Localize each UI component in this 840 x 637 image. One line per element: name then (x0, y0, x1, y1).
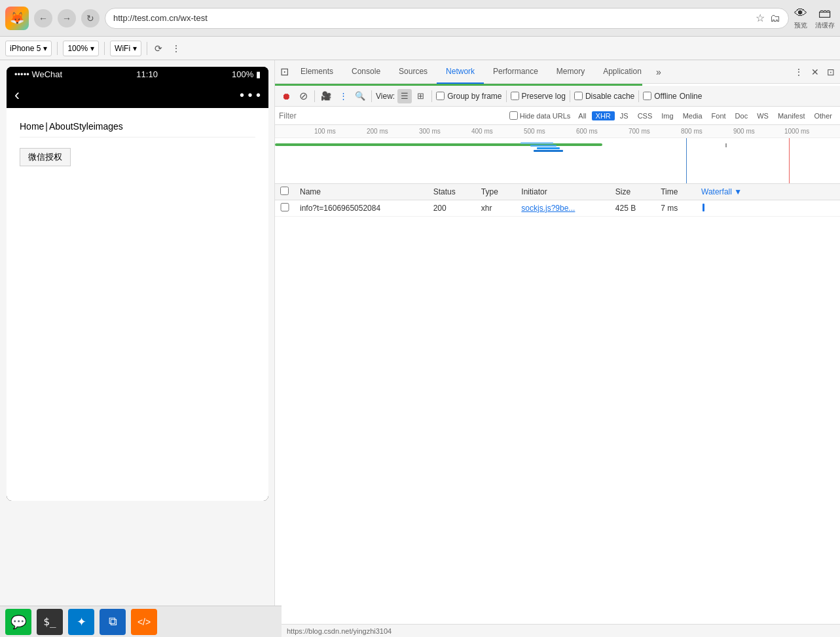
ruler-1000ms: 1000 ms (784, 128, 809, 135)
preview-button[interactable]: 👁 预览 (794, 6, 807, 30)
filter-all[interactable]: All (574, 111, 590, 120)
ruler-300ms: 300 ms (419, 128, 441, 135)
page-load-progress (275, 84, 840, 86)
select-all-checkbox[interactable] (280, 187, 289, 195)
network-table: Name Status Type Initiator Size Time Wat… (275, 184, 840, 637)
screenshot-button[interactable]: 🎥 (319, 89, 333, 103)
ruler-100ms: 100 ms (314, 128, 336, 135)
filter-doc[interactable]: Doc (731, 111, 752, 120)
filter-img[interactable]: Img (657, 111, 677, 120)
list-view-button[interactable]: ☰ (397, 89, 412, 103)
tab-network[interactable]: Network (437, 60, 484, 84)
timeline-small-dot (725, 143, 727, 147)
col-waterfall[interactable]: Waterfall ▼ (696, 184, 840, 200)
preserve-log-label[interactable]: Preserve log (511, 92, 566, 101)
col-time[interactable]: Time (655, 184, 696, 200)
wechat-auth-button[interactable]: 微信授权 (20, 148, 71, 166)
offline-checkbox[interactable] (643, 92, 651, 100)
phone-battery: 100% ▮ (232, 69, 261, 79)
phone-menu-icon[interactable]: • • • (240, 88, 261, 103)
zoom-label: 100% (67, 44, 88, 53)
view-toggle: ☰ ⊞ (397, 89, 428, 103)
devtools-close-icon[interactable]: ✕ (809, 64, 822, 80)
url-input[interactable] (113, 13, 750, 23)
group-by-frame-checkbox[interactable] (436, 92, 445, 100)
more-options-button[interactable]: ⋮ (170, 41, 183, 56)
filter-other[interactable]: Other (810, 111, 836, 120)
zoom-selector[interactable]: 100% ▾ (63, 41, 99, 56)
search-button[interactable]: 🔍 (353, 89, 367, 103)
bookmark-icon[interactable]: ☆ (756, 12, 765, 24)
taskbar-app[interactable]: ⧉ (100, 609, 126, 635)
timeline-bar-blue-2 (530, 145, 557, 147)
tab-application[interactable]: Application (594, 60, 651, 84)
offline-label[interactable]: Offline (643, 92, 676, 101)
devtools-settings-icon[interactable]: ⋮ (792, 64, 806, 80)
zoom-chevron-icon: ▾ (90, 44, 94, 53)
tab-memory[interactable]: Memory (547, 60, 594, 84)
view-label: View: (376, 92, 395, 101)
network-chevron-icon: ▾ (133, 44, 137, 53)
col-initiator[interactable]: Initiator (516, 184, 610, 200)
back-button[interactable]: ← (34, 9, 52, 27)
devtools-dock-icon[interactable]: ⊡ (824, 64, 837, 80)
menu-item-about[interactable]: AboutStyleimages (49, 121, 123, 132)
rotate-button[interactable]: ⟳ (153, 41, 164, 56)
frames-view-button[interactable]: ⊞ (413, 89, 428, 103)
filter-manifest[interactable]: Manifest (774, 111, 809, 120)
more-tabs-button[interactable]: » (651, 67, 667, 77)
taskbar-terminal[interactable]: $_ (37, 609, 63, 635)
filter-input[interactable] (279, 111, 505, 120)
hide-data-urls-checkbox[interactable] (509, 111, 518, 120)
device-selector[interactable]: iPhone 5 ▾ (5, 41, 52, 56)
timeline-bar-blue-4 (534, 150, 563, 152)
tab-elements[interactable]: Elements (291, 60, 342, 84)
network-toolbar: ⏺ ⊘ 🎥 ⋮ 🔍 View: ☰ ⊞ Group by frame Prese… (275, 86, 840, 107)
col-type[interactable]: Type (476, 184, 516, 200)
back-chevron-icon[interactable]: ‹ (14, 86, 20, 104)
filter-xhr[interactable]: XHR (592, 111, 615, 120)
col-name[interactable]: Name (295, 184, 428, 200)
filter-media[interactable]: Media (679, 111, 706, 120)
carrier-name: WeChat (31, 69, 62, 79)
filter-font[interactable]: Font (708, 111, 730, 120)
disable-cache-checkbox[interactable] (574, 92, 583, 100)
stop-button[interactable]: ⊘ (296, 89, 310, 103)
browser-actions: 👁 预览 🗃 清缓存 (794, 6, 835, 30)
devtools-tab-actions: ⋮ ✕ ⊡ (792, 64, 837, 80)
devtools-inspect-button[interactable]: ⊡ (278, 63, 291, 81)
forward-button[interactable]: → (58, 9, 76, 27)
tab-performance[interactable]: Performance (484, 60, 547, 84)
menu-item-home[interactable]: Home (20, 121, 44, 132)
battery-icon: ▮ (256, 69, 261, 79)
url-actions: ☆ 🗂 (756, 12, 780, 24)
preserve-log-checkbox[interactable] (511, 92, 519, 100)
taskbar-vscode[interactable]: ✦ (68, 609, 94, 635)
group-by-frame-label[interactable]: Group by frame (436, 92, 502, 101)
hide-data-urls-label[interactable]: Hide data URLs (509, 111, 571, 120)
ruler-700ms: 700 ms (629, 128, 650, 135)
initiator-link[interactable]: sockjs.js?9be... (521, 204, 575, 213)
taskbar-code[interactable]: </> (131, 609, 157, 635)
filter-ws[interactable]: WS (753, 111, 773, 120)
table-header-row: Name Status Type Initiator Size Time Wat… (275, 184, 840, 200)
filter-css[interactable]: CSS (634, 111, 657, 120)
code-icon: </> (137, 617, 151, 627)
col-status[interactable]: Status (428, 184, 476, 200)
disable-cache-label[interactable]: Disable cache (574, 92, 634, 101)
folder-icon[interactable]: 🗂 (770, 12, 780, 24)
tab-sources[interactable]: Sources (390, 60, 437, 84)
col-size[interactable]: Size (610, 184, 655, 200)
row-select-checkbox[interactable] (280, 203, 289, 211)
row-name: info?t=1606965052084 (295, 200, 428, 217)
tab-console[interactable]: Console (342, 60, 390, 84)
table-row[interactable]: info?t=1606965052084 200 xhr sockjs.js?9… (275, 200, 840, 217)
network-selector[interactable]: WiFi ▾ (110, 41, 141, 56)
row-initiator[interactable]: sockjs.js?9be... (516, 200, 610, 217)
reload-button[interactable]: ↻ (81, 9, 100, 27)
taskbar-wechat[interactable]: 💬 (5, 609, 31, 635)
clear-cache-button[interactable]: 🗃 清缓存 (815, 6, 835, 30)
record-button[interactable]: ⏺ (279, 89, 293, 103)
filter-js[interactable]: JS (616, 111, 632, 120)
filter-button[interactable]: ⋮ (336, 89, 350, 103)
